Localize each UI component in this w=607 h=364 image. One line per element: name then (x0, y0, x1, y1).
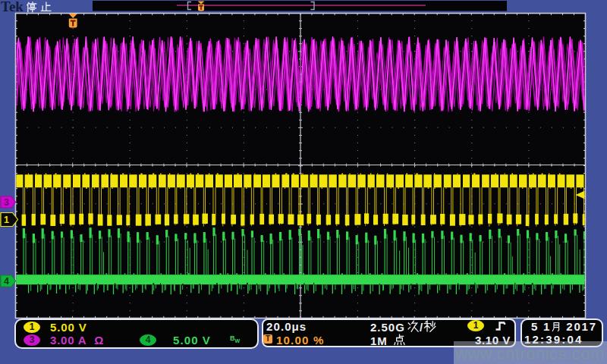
svg-text:1: 1 (4, 215, 9, 225)
svg-text:3: 3 (4, 197, 9, 208)
svg-text:4: 4 (4, 276, 9, 287)
